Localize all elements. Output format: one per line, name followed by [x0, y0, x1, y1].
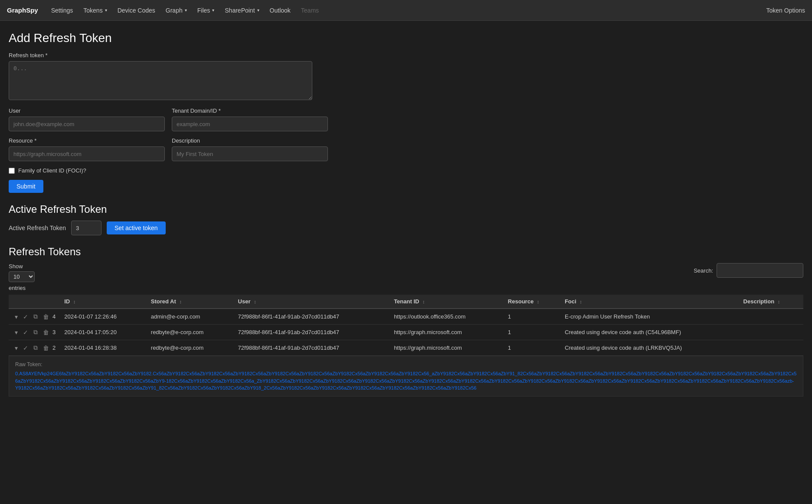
resource-group: Resource * — [9, 137, 165, 161]
cell-foci: 1 — [504, 325, 560, 340]
cell-description: Created using device code auth (LRKBVQ5J… — [560, 340, 739, 356]
nav-item-sharepoint[interactable]: SharePoint ▾ — [220, 4, 263, 16]
tenant-label: Tenant Domain/ID * — [172, 107, 328, 114]
col-id[interactable]: ID ↕ — [60, 295, 147, 309]
row-expand-button[interactable]: ▾ — [13, 344, 20, 352]
row-delete-button[interactable]: 🗑 — [41, 344, 51, 352]
search-label: Search: — [694, 267, 713, 274]
user-label: User — [9, 107, 165, 114]
tenant-group: Tenant Domain/ID * — [172, 107, 328, 131]
row-copy-button[interactable]: ⧉ — [32, 343, 39, 352]
cell-description: Created using device code auth (C54L96BM… — [560, 325, 739, 340]
cell-stored_at: 2024-01-07 12:26:46 — [60, 309, 147, 325]
cell-user: redbyte@e-corp.com — [147, 340, 234, 356]
row-check-button[interactable]: ✓ — [21, 328, 30, 337]
add-refresh-token-section: Add Refresh Token Refresh token * User T… — [9, 31, 803, 193]
description-input[interactable] — [172, 146, 328, 161]
row-copy-button[interactable]: ⧉ — [32, 328, 39, 337]
chevron-down-icon: ▾ — [185, 8, 187, 13]
raw-token-section: Raw Token: 0.AS8AYEfVkp24GE6faZbY9182Cx5… — [9, 356, 803, 397]
brand-logo: GraphSpy — [7, 7, 38, 14]
cell-foci: 1 — [504, 309, 560, 325]
cell-user: redbyte@e-corp.com — [147, 325, 234, 340]
nav-item-settings[interactable]: Settings — [47, 4, 78, 16]
table-header-row: ID ↕ Stored At ↕ User ↕ Tenant ID ↕ Reso… — [9, 295, 803, 309]
user-input[interactable] — [9, 117, 165, 131]
active-token-input[interactable] — [71, 221, 102, 235]
add-refresh-token-title: Add Refresh Token — [9, 31, 803, 45]
set-active-token-button[interactable]: Set active token — [107, 221, 166, 234]
cell-stored_at: 2024-01-04 17:05:20 — [60, 325, 147, 340]
refresh-token-input[interactable] — [9, 61, 312, 100]
foci-checkbox[interactable] — [9, 168, 15, 174]
show-entries-select[interactable]: 10 25 50 100 — [9, 271, 35, 282]
chevron-down-icon: ▾ — [257, 8, 259, 13]
cell-foci: 1 — [504, 340, 560, 356]
cell-description: E-crop Admin User Refresh Token — [560, 309, 739, 325]
row-copy-button[interactable]: ⧉ — [32, 312, 39, 321]
row-delete-button[interactable]: 🗑 — [41, 312, 51, 321]
row-check-button[interactable]: ✓ — [21, 312, 30, 321]
col-foci[interactable]: Foci ↕ — [560, 295, 739, 309]
user-group: User — [9, 107, 165, 131]
nav-item-files[interactable]: Files ▾ — [193, 4, 219, 16]
row-id: 2 — [52, 345, 56, 351]
chevron-down-icon: ▾ — [212, 8, 214, 13]
table-row: ▾ ✓ ⧉ 🗑 3 2024-01-04 17:05:20redbyte@e-c… — [9, 325, 803, 340]
raw-token-value: 0.AS8AYEfVkp24GE6faZbY9182Cx56aZbY9182Cx… — [15, 370, 797, 392]
nav-menu: Settings Tokens ▾ Device Codes Graph ▾ F… — [47, 4, 766, 16]
tenant-input[interactable] — [172, 117, 328, 131]
row-check-button[interactable]: ✓ — [21, 344, 30, 352]
row-delete-button[interactable]: 🗑 — [41, 328, 51, 337]
cell-user: admin@e-corp.com — [147, 309, 234, 325]
row-expand-button[interactable]: ▾ — [13, 328, 20, 337]
nav-item-teams: Teams — [297, 4, 323, 16]
col-user[interactable]: User ↕ — [234, 295, 390, 309]
main-content: Add Refresh Token Refresh token * User T… — [0, 21, 812, 407]
resource-input[interactable] — [9, 146, 165, 161]
foci-row: Family of Client ID (FOCI)? — [9, 167, 803, 174]
refresh-tokens-section: Refresh Tokens Show 10 25 50 100 entries… — [9, 246, 803, 397]
foci-label: Family of Client ID (FOCI)? — [18, 167, 86, 174]
cell-resource: https://outlook.office365.com — [390, 309, 504, 325]
active-token-label: Active Refresh Token — [9, 224, 66, 231]
nav-item-outlook[interactable]: Outlook — [265, 4, 295, 16]
active-token-title: Active Refresh Token — [9, 203, 803, 215]
token-options-link[interactable]: Token Options — [766, 7, 805, 14]
cell-resource: https://graph.microsoft.com — [390, 325, 504, 340]
description-label: Description — [172, 137, 328, 144]
show-label: Show — [9, 263, 35, 270]
tokens-table: ID ↕ Stored At ↕ User ↕ Tenant ID ↕ Reso… — [9, 295, 803, 356]
search-input[interactable] — [717, 263, 803, 278]
search-row: Search: — [694, 263, 803, 278]
chevron-down-icon: ▾ — [105, 8, 107, 13]
table-row: ▾ ✓ ⧉ 🗑 2 2024-01-04 16:28:38redbyte@e-c… — [9, 340, 803, 356]
cell-resource: https://graph.microsoft.com — [390, 340, 504, 356]
col-description[interactable]: Description ↕ — [739, 295, 803, 309]
active-token-section: Active Refresh Token Active Refresh Toke… — [9, 203, 803, 235]
refresh-token-label: Refresh token * — [9, 52, 803, 59]
nav-item-graph[interactable]: Graph ▾ — [161, 4, 191, 16]
resource-label: Resource * — [9, 137, 165, 144]
description-group: Description — [172, 137, 328, 161]
table-controls: Show 10 25 50 100 entries Search: — [9, 263, 803, 291]
col-stored-at[interactable]: Stored At ↕ — [147, 295, 234, 309]
col-tenant-id[interactable]: Tenant ID ↕ — [390, 295, 504, 309]
user-tenant-row: User Tenant Domain/ID * — [9, 107, 803, 131]
row-expand-button[interactable]: ▾ — [13, 312, 20, 321]
nav-item-tokens[interactable]: Tokens ▾ — [79, 4, 111, 16]
entries-label: entries — [9, 285, 35, 291]
navigation: GraphSpy Settings Tokens ▾ Device Codes … — [0, 0, 812, 21]
cell-stored_at: 2024-01-04 16:28:38 — [60, 340, 147, 356]
cell-tenant_id: 72f988bf-86f1-41af-91ab-2d7cd011db47 — [234, 325, 390, 340]
resource-description-row: Resource * Description — [9, 137, 803, 161]
table-row: ▾ ✓ ⧉ 🗑 4 2024-01-07 12:26:46admin@e-cor… — [9, 309, 803, 325]
nav-item-device-codes[interactable]: Device Codes — [113, 4, 160, 16]
col-resource[interactable]: Resource ↕ — [504, 295, 560, 309]
show-entries-group: Show 10 25 50 100 entries — [9, 263, 35, 291]
col-actions — [9, 295, 60, 309]
submit-button[interactable]: Submit — [9, 180, 43, 193]
row-id: 4 — [52, 313, 56, 320]
refresh-tokens-title: Refresh Tokens — [9, 246, 803, 258]
cell-tenant_id: 72f988bf-86f1-41af-91ab-2d7cd011db47 — [234, 309, 390, 325]
